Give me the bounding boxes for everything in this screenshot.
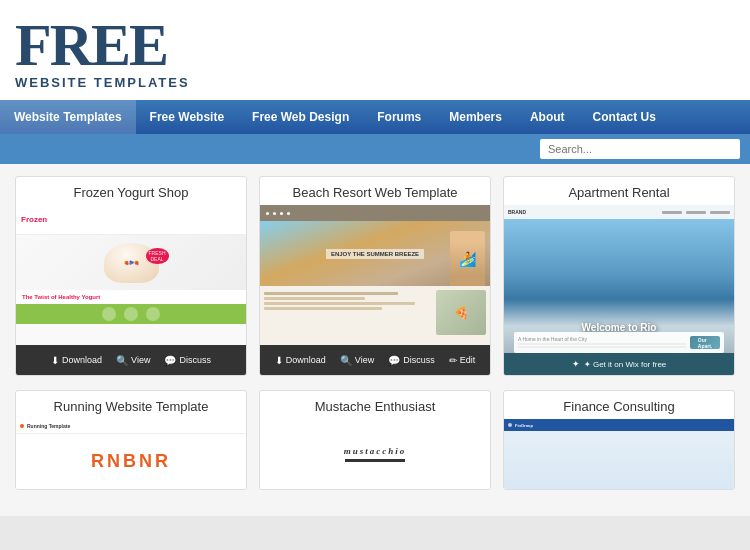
logo-sub: WEBSITE TEMPLATES	[15, 75, 190, 90]
nav-item-free-website[interactable]: Free Website	[136, 100, 238, 134]
download-icon: ⬇	[51, 355, 59, 366]
download-btn-frozen[interactable]: ⬇ Download	[51, 355, 102, 366]
nav-item-contact-us[interactable]: Contact Us	[579, 100, 670, 134]
nav-item-about[interactable]: About	[516, 100, 579, 134]
template-title-mustache: Mustache Enthusiast	[260, 391, 490, 419]
template-preview-beach-resort: ENJOY THE SUMMER BREEZE 🏄	[260, 205, 490, 345]
nav-item-forums[interactable]: Forums	[363, 100, 435, 134]
template-title-running: Running Website Template	[16, 391, 246, 419]
nav-item-website-templates[interactable]: Website Templates	[0, 100, 136, 134]
template-preview-mustache: mustacchio	[260, 419, 490, 489]
search-input[interactable]	[540, 139, 740, 159]
action-bar-beach: ⬇ Download 🔍 View 💬 Discuss ✏ Edit	[260, 345, 490, 375]
template-preview-frozen-yogurt: Frozen 🍓🫐🍓 FRESHDEAL The Twist of Health…	[16, 205, 246, 345]
template-card-mustache: Mustache Enthusiast mustacchio	[259, 390, 491, 490]
nav-item-free-web-design[interactable]: Free Web Design	[238, 100, 363, 134]
template-card-apartment: Apartment Rental BRAND Welco	[503, 176, 735, 376]
logo-area: FREE WEBSITE TEMPLATES	[15, 15, 190, 90]
site-header: FREE WEBSITE TEMPLATES	[0, 0, 750, 100]
discuss-btn-frozen[interactable]: 💬 Discuss	[164, 355, 211, 366]
view-icon: 🔍	[116, 355, 128, 366]
view-btn-beach[interactable]: 🔍 View	[340, 355, 374, 366]
template-grid-row1: Frozen Yogurt Shop Frozen 🍓🫐🍓 FRESHDEAL	[15, 176, 735, 376]
template-card-finance: Finance Consulting FinGroup	[503, 390, 735, 490]
running-brand-logo: RNBNR	[91, 451, 171, 472]
view-icon-beach: 🔍	[340, 355, 352, 366]
download-icon-beach: ⬇	[275, 355, 283, 366]
template-preview-apartment: BRAND Welcome to Rio	[504, 205, 734, 375]
template-title-beach-resort: Beach Resort Web Template	[260, 177, 490, 205]
discuss-icon: 💬	[164, 355, 176, 366]
mustache-brand: mustacchio	[344, 446, 407, 456]
action-bar-frozen-yogurt: ⬇ Download 🔍 View 💬 Discuss	[16, 345, 246, 375]
template-card-beach-resort: Beach Resort Web Template ENJOY THE SUMM…	[259, 176, 491, 376]
template-title-frozen-yogurt: Frozen Yogurt Shop	[16, 177, 246, 205]
download-btn-beach[interactable]: ⬇ Download	[275, 355, 326, 366]
template-title-apartment: Apartment Rental	[504, 177, 734, 205]
discuss-icon-beach: 💬	[388, 355, 400, 366]
discuss-btn-beach[interactable]: 💬 Discuss	[388, 355, 435, 366]
template-grid-row2: Running Website Template Running Templat…	[15, 390, 735, 490]
content-area: Frozen Yogurt Shop Frozen 🍓🫐🍓 FRESHDEAL	[0, 164, 750, 516]
template-card-running: Running Website Template Running Templat…	[15, 390, 247, 490]
template-preview-running: Running Template RNBNR	[16, 419, 246, 489]
wix-star-icon: ✦	[572, 359, 580, 369]
template-preview-finance: FinGroup	[504, 419, 734, 489]
apt-wix-cta[interactable]: ✦ ✦ Get it on Wix for free	[504, 353, 734, 375]
edit-icon-beach: ✏	[449, 355, 457, 366]
template-title-finance: Finance Consulting	[504, 391, 734, 419]
nav-item-members[interactable]: Members	[435, 100, 516, 134]
view-btn-frozen[interactable]: 🔍 View	[116, 355, 150, 366]
search-bar	[0, 134, 750, 164]
main-nav: Website Templates Free Website Free Web …	[0, 100, 750, 134]
edit-btn-beach[interactable]: ✏ Edit	[449, 355, 476, 366]
template-card-frozen-yogurt: Frozen Yogurt Shop Frozen 🍓🫐🍓 FRESHDEAL	[15, 176, 247, 376]
logo-free: FREE	[15, 15, 190, 75]
